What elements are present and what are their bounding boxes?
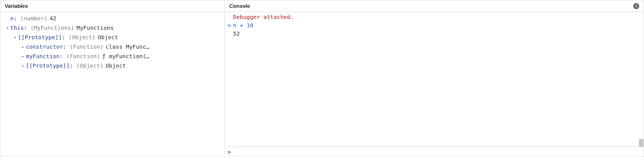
variables-tree: n:(number)42▾this:(MyFunctions)MyFunctio… — [0, 12, 224, 73]
console-line: 52 — [228, 30, 641, 39]
variable-row[interactable]: ▸constructor:(Function)class MyFunc… — [19, 42, 222, 51]
variable-key: [[Prototype]] — [18, 34, 62, 41]
chevron-right-icon[interactable]: ▸ — [20, 54, 26, 58]
console-panel-header: Console i — [225, 0, 644, 12]
variable-value: 42 — [49, 15, 56, 22]
variable-row[interactable]: ▾this:(MyFunctions)MyFunctions — [3, 23, 222, 33]
variable-key: constructor — [26, 43, 63, 50]
variable-content: n:(number)42 — [10, 15, 222, 22]
variable-content: constructor:(Function)class MyFunc… — [26, 43, 222, 50]
variable-content: myFunction:(Function)ƒ myFunction(… — [26, 53, 222, 60]
variables-panel-header: Variables — [0, 0, 224, 12]
console-output-value: 52 — [233, 30, 240, 37]
colon: : — [70, 62, 73, 69]
colon: : — [24, 24, 27, 31]
variable-row[interactable]: ▸myFunction:(Function)ƒ myFunction(… — [19, 51, 222, 61]
console-input[interactable] — [233, 148, 641, 156]
console-output: Debugger attached.>n + 1052 — [225, 12, 644, 157]
variable-type: (number) — [20, 15, 47, 22]
colon: : — [62, 34, 65, 41]
variable-value: class MyFunc… — [106, 43, 149, 50]
colon: : — [59, 53, 63, 60]
variable-value: ƒ myFunction(… — [102, 53, 149, 60]
chevron-down-icon[interactable]: ▾ — [13, 35, 18, 40]
variable-value: Object — [98, 34, 118, 41]
variables-panel: Variables n:(number)42▾this:(MyFunctions… — [0, 0, 224, 157]
variable-content: [[Prototype]]:(Object)Object — [26, 62, 222, 69]
variable-value: Object — [106, 62, 126, 69]
variable-key: n — [10, 15, 14, 22]
variable-key: [[Prototype]] — [26, 62, 70, 69]
variable-key: myFunction — [26, 53, 59, 60]
variable-key: this — [10, 24, 24, 31]
console-gutter: > — [228, 22, 233, 29]
chevron-right-icon[interactable]: ▸ — [20, 45, 26, 49]
console-system-message: Debugger attached. — [233, 14, 294, 20]
variable-type: (MyFunctions) — [31, 24, 74, 31]
console-input-echo: n + 10 — [233, 22, 253, 29]
variable-value: MyFunctions — [77, 24, 114, 31]
console-line: Debugger attached. — [228, 14, 641, 22]
chevron-down-icon[interactable]: ▾ — [5, 26, 10, 30]
console-panel: Console i Debugger attached.>n + 1052 > — [224, 0, 644, 157]
prompt-icon: > — [228, 149, 233, 155]
variable-type: (Object) — [69, 34, 96, 41]
variable-type: (Object) — [76, 62, 103, 69]
scrollbar-thumb[interactable] — [639, 139, 643, 147]
console-panel-title: Console — [229, 3, 250, 9]
variable-row[interactable]: n:(number)42 — [3, 14, 222, 23]
variable-content: this:(MyFunctions)MyFunctions — [10, 24, 222, 31]
console-input-row: > — [225, 147, 644, 157]
colon: : — [63, 43, 66, 50]
console-line: >n + 10 — [228, 22, 641, 30]
variable-row[interactable]: ▸[[Prototype]]:(Object)Object — [19, 61, 222, 70]
chevron-right-icon[interactable]: ▸ — [20, 63, 26, 68]
variable-row[interactable]: ▾[[Prototype]]:(Object)Object — [11, 33, 222, 42]
colon: : — [14, 15, 17, 22]
debugger-root: Variables n:(number)42▾this:(MyFunctions… — [0, 0, 644, 157]
variables-panel-title: Variables — [5, 3, 28, 9]
variable-type: (Function) — [66, 53, 100, 60]
info-icon[interactable]: i — [633, 3, 639, 9]
variable-content: [[Prototype]]:(Object)Object — [18, 34, 222, 41]
variable-type: (Function) — [70, 43, 103, 50]
